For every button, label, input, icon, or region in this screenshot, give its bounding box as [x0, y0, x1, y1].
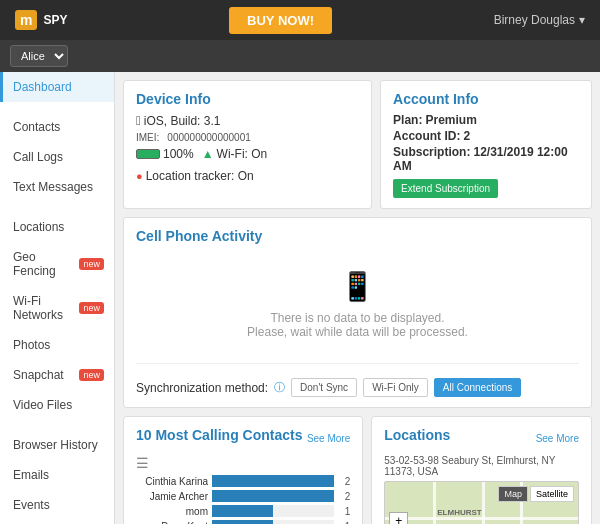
- main-layout: Dashboard Contacts Call Logs Text Messag…: [0, 72, 600, 524]
- sidebar-item-snapchat[interactable]: Snapchat new: [0, 360, 114, 390]
- map-label-elmhurst: ELMHURST: [437, 508, 481, 517]
- content-area: Device Info  iOS, Build: 3.1 IMEI: 0000…: [115, 72, 600, 524]
- battery-label: 100%: [163, 147, 194, 161]
- bar-label: mom: [136, 506, 208, 517]
- map-area: ELMHURST Grand Ave 📍 📍 📍 Map Satellite +…: [384, 481, 579, 524]
- battery-bar: [136, 149, 160, 159]
- sidebar-item-browser-history[interactable]: Browser History: [0, 430, 114, 460]
- apple-icon: : [136, 113, 141, 128]
- sidebar-item-label: Locations: [13, 220, 64, 234]
- bar-row: mom1: [136, 505, 350, 517]
- new-badge: new: [79, 258, 104, 270]
- dont-sync-button[interactable]: Don't Sync: [291, 378, 357, 397]
- sidebar-item-label: Contacts: [13, 120, 60, 134]
- sidebar-item-video-files[interactable]: Video Files: [0, 390, 114, 420]
- bar-row: Cinthia Karina2: [136, 475, 350, 487]
- logo-m-icon: m: [15, 10, 37, 30]
- locations-see-more-link[interactable]: See More: [536, 433, 579, 444]
- sync-label: Synchronization method:: [136, 381, 268, 395]
- bar-fill: [212, 505, 273, 517]
- sidebar-item-events[interactable]: Events: [0, 490, 114, 520]
- sidebar-item-label: Text Messages: [13, 180, 93, 194]
- sidebar: Dashboard Contacts Call Logs Text Messag…: [0, 72, 115, 524]
- calling-contacts-card: 10 Most Calling Contacts See More ☰ Cint…: [123, 416, 363, 524]
- imei-row: IMEI: 000000000000001: [136, 132, 359, 143]
- bar-count: 1: [338, 521, 350, 525]
- top-row: Device Info  iOS, Build: 3.1 IMEI: 0000…: [123, 80, 592, 217]
- subscription-label: Subscription:: [393, 145, 470, 159]
- sidebar-item-geo-fencing[interactable]: Geo Fencing new: [0, 242, 114, 286]
- sync-section: Synchronization method: ⓘ Don't Sync Wi-…: [136, 363, 579, 397]
- bar-row: Dave Kent1: [136, 520, 350, 524]
- logo-spy-text: SPY: [43, 13, 67, 27]
- location-status: ● Location tracker: On: [136, 169, 254, 183]
- sidebar-item-emails[interactable]: Emails: [0, 460, 114, 490]
- phone-icon: 📱: [156, 270, 559, 303]
- bar-label: Jamie Archer: [136, 491, 208, 502]
- user-menu[interactable]: Birney Douglas ▾: [494, 13, 585, 27]
- header: m SPY BUY NOW! Birney Douglas ▾: [0, 0, 600, 40]
- sidebar-item-label: Emails: [13, 468, 49, 482]
- device-info-card: Device Info  iOS, Build: 3.1 IMEI: 0000…: [123, 80, 372, 209]
- plan-row: Plan: Premium: [393, 113, 579, 127]
- sidebar-item-call-logs[interactable]: Call Logs: [0, 142, 114, 172]
- calling-contacts-title: 10 Most Calling Contacts: [136, 427, 302, 443]
- extend-subscription-button[interactable]: Extend Subscription: [393, 179, 498, 198]
- sidebar-item-label: Browser History: [13, 438, 98, 452]
- imei-label: IMEI:: [136, 132, 159, 143]
- sidebar-item-wifi-networks[interactable]: Wi-Fi Networks new: [0, 286, 114, 330]
- all-connections-button[interactable]: All Connections: [434, 378, 521, 397]
- sidebar-item-dashboard[interactable]: Dashboard: [0, 72, 114, 102]
- account-id-row: Account ID: 2: [393, 129, 579, 143]
- no-data-line1: There is no data to be displayed.: [156, 311, 559, 325]
- location-label: Location tracker: On: [146, 169, 254, 183]
- account-info-title: Account Info: [393, 91, 579, 107]
- calling-see-more-link[interactable]: See More: [307, 433, 350, 444]
- location-pin-icon: ●: [136, 170, 143, 182]
- account-id-label: Account ID:: [393, 129, 460, 143]
- wifi-only-button[interactable]: Wi-Fi Only: [363, 378, 428, 397]
- bar-count: 2: [338, 476, 350, 487]
- plan-label: Plan:: [393, 113, 422, 127]
- account-info-card: Account Info Plan: Premium Account ID: 2…: [380, 80, 592, 209]
- info-icon[interactable]: ⓘ: [274, 380, 285, 395]
- user-name: Birney Douglas: [494, 13, 575, 27]
- sidebar-item-label: Geo Fencing: [13, 250, 79, 278]
- bar-label: Dave Kent: [136, 521, 208, 525]
- map-tab-satellite[interactable]: Satellite: [530, 486, 574, 502]
- plan-value: Premium: [426, 113, 477, 127]
- locations-card: Locations See More 53-02-53-98 Seabury S…: [371, 416, 592, 524]
- device-info-row:  iOS, Build: 3.1: [136, 113, 359, 128]
- zoom-in-button[interactable]: +: [390, 513, 407, 524]
- map-zoom-controls: + −: [389, 512, 408, 524]
- sidebar-item-locations[interactable]: Locations: [0, 212, 114, 242]
- wifi-status: ▲ Wi-Fi: On: [202, 147, 268, 161]
- user-select[interactable]: Alice: [10, 45, 68, 67]
- hamburger-icon: ☰: [136, 455, 350, 471]
- sidebar-item-label: Photos: [13, 338, 50, 352]
- buy-now-button[interactable]: BUY NOW!: [229, 7, 332, 34]
- bar-chart: Cinthia Karina2Jamie Archer2mom1Dave Ken…: [136, 475, 350, 524]
- sidebar-item-label: Wi-Fi Networks: [13, 294, 79, 322]
- sync-row: Synchronization method: ⓘ Don't Sync Wi-…: [136, 378, 579, 397]
- bar-fill: [212, 475, 334, 487]
- sidebar-item-contacts[interactable]: Contacts: [0, 112, 114, 142]
- sidebar-item-label: Snapchat: [13, 368, 64, 382]
- wifi-label: Wi-Fi: On: [217, 147, 268, 161]
- imei-value: 000000000000001: [167, 132, 250, 143]
- bar-label: Cinthia Karina: [136, 476, 208, 487]
- bar-count: 1: [338, 506, 350, 517]
- bar-fill: [212, 520, 273, 524]
- sidebar-item-text-messages[interactable]: Text Messages: [0, 172, 114, 202]
- sidebar-item-block-websites[interactable]: Block Websites: [0, 520, 114, 524]
- sidebar-item-photos[interactable]: Photos: [0, 330, 114, 360]
- map-tab-map[interactable]: Map: [498, 486, 528, 502]
- account-id-value: 2: [464, 129, 471, 143]
- map-address: 53-02-53-98 Seabury St, Elmhurst, NY 113…: [384, 455, 579, 477]
- bar-fill: [212, 490, 334, 502]
- wifi-icon: ▲: [202, 147, 214, 161]
- sidebar-item-label: Call Logs: [13, 150, 63, 164]
- cell-phone-activity-title: Cell Phone Activity: [136, 228, 579, 244]
- battery-indicator: 100%: [136, 147, 194, 161]
- chevron-down-icon: ▾: [579, 13, 585, 27]
